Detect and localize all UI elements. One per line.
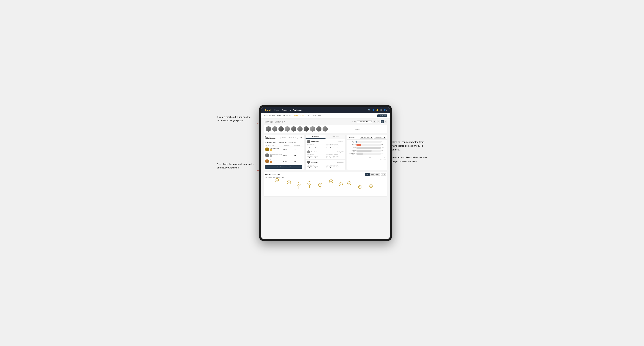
show-select[interactable]: Last 3 months Last 6 months Last year: [357, 120, 372, 123]
ap-date-1: 26 Aug 2023: [337, 141, 344, 142]
lb-header: PLAYER NAME PB SCORE PB AVG SQ: [264, 144, 304, 147]
player-avatar-7[interactable]: [304, 126, 309, 132]
streak-tab-app[interactable]: APP: [370, 173, 375, 176]
avatar-icon[interactable]: 👤▾: [384, 109, 387, 111]
activity-player-3: Josh Coles 26 Aug 2023 Total Rounds Tour: [306, 160, 346, 170]
navbar-icons: 🔍 👤 🔔 ⚙ 👤▾: [368, 109, 387, 111]
lb-col-score: PB SCORE: [283, 145, 294, 146]
streaks-tabs: OTT APP ARG PUTT: [365, 173, 386, 176]
activity-panel: Most Active Least Active Blair McHarg 26…: [306, 135, 346, 170]
bar-track-pars: [356, 147, 380, 149]
practice-leaderboard-panel: Practice Leaderboards PUTT Must Make Put…: [264, 135, 304, 170]
streaks-panel: Best Round Streaks OTT APP ARG PUTT Off …: [264, 172, 388, 197]
player-avatar-2[interactable]: [272, 126, 278, 132]
search-icon[interactable]: 🔍: [368, 109, 371, 111]
ap-activities-label-1: Total Practice Activities: [326, 144, 344, 145]
add-team-button[interactable]: Add Team: [377, 114, 387, 117]
bar-label-eagles: Eagles: [348, 141, 356, 142]
lb-player-2-name: Edward Crossman: [270, 153, 282, 155]
lb-score-1: 19/20: [283, 149, 294, 150]
scoring-header: Scoring Par 3, 4 & 5s All Players: [347, 135, 387, 140]
streak-tab-arg[interactable]: ARG: [376, 173, 380, 176]
ap-ott-2: OTT 0: [326, 156, 328, 158]
drill-select[interactable]: PUTT Must Make Putting...: [280, 137, 302, 139]
player-avatar-3[interactable]: [278, 126, 284, 132]
scoring-player-filter[interactable]: All Players: [374, 136, 386, 139]
subnav-pga[interactable]: PGA: [277, 114, 281, 117]
activity-player-1: Blair McHarg 26 Aug 2023 Total Rounds To: [306, 139, 346, 149]
ap-stats-1: Total Rounds Tournament 7 Practice: [307, 144, 344, 148]
bar-label-pars: Pars: [348, 147, 356, 148]
ap-name-row-3: Josh Coles: [307, 161, 318, 164]
subnav-links: PGAT Players PGA Hcaps 1-5 Team Clippd T…: [264, 114, 377, 117]
bar-track-dbogeys: [356, 153, 380, 155]
view-icon-detail[interactable]: ≡: [384, 120, 388, 123]
tablet-frame: clippd Home Teams My Performance 🔍 👤 🔔 ⚙…: [259, 105, 392, 241]
ap-arg-2: ARG 0: [333, 156, 335, 158]
lb-col-avg: PB AVG SQ: [294, 145, 302, 146]
lb-player-3-info: Cameron... 3: [265, 159, 283, 163]
bar-row-pars: Pars 499: [348, 147, 386, 149]
subnav-team-clippd[interactable]: Team Clippd: [294, 114, 304, 117]
view-full-leaderboard-button[interactable]: View Full Leaderboard: [265, 165, 302, 169]
players-label: Players: [330, 128, 385, 130]
streak-tab-putt[interactable]: PUTT: [380, 173, 386, 176]
subnav-hcaps[interactable]: Hcaps 1-5: [284, 114, 292, 117]
ap-stats-3: Total Rounds Tournament 7 Practice: [307, 165, 344, 169]
bar-fill-dbogeys: [356, 153, 363, 155]
lb-row-2: Edward Crossman 2 18/20 107: [264, 152, 304, 158]
player-avatar-6[interactable]: [297, 126, 302, 132]
ap-header-2: Rees Britt 02 Sep 2023: [307, 150, 344, 154]
ap-tournament-3: Tournament 7: [307, 166, 312, 169]
nav-home[interactable]: Home: [274, 109, 279, 111]
view-icon-list[interactable]: ☰: [377, 120, 380, 123]
bar-label-bogeys: Bogeys: [348, 150, 356, 151]
player-avatar-9[interactable]: [316, 126, 322, 132]
scoring-par-filter[interactable]: Par 3, 4 & 5s: [360, 136, 373, 139]
streak-pin-5: 5x: [318, 183, 322, 189]
ap-date-2: 02 Sep 2023: [337, 151, 344, 153]
bar-val-bogeys: 311: [382, 150, 386, 151]
player-avatar-8[interactable]: [310, 126, 315, 132]
lb-player-3-name-wrap: Cameron... 3: [270, 159, 277, 163]
ap-app-3: APP 0: [329, 166, 332, 169]
streak-pin-1: 7x: [275, 178, 279, 185]
lb-row-1: Richard Butler 1 19/20 110: [264, 147, 304, 152]
player-avatar-5[interactable]: [291, 126, 296, 132]
ap-rounds-label-1: Total Rounds: [307, 144, 325, 145]
bell-icon[interactable]: 🔔: [376, 109, 379, 111]
settings-icon[interactable]: ⚙: [380, 109, 382, 111]
bar-fill-bogeys: [356, 150, 372, 152]
streak-tab-ott[interactable]: OTT: [365, 173, 370, 176]
activity-player-2: Rees Britt 02 Sep 2023 Total Rounds Tour: [306, 149, 346, 160]
ap-ott-3: OTT 0: [326, 166, 328, 169]
nav-my-performance[interactable]: My Performance: [290, 109, 304, 111]
player-avatar-4[interactable]: [285, 126, 290, 132]
annotation-top-left: Select a practice drill and see the lead…: [217, 115, 257, 122]
streak-line-9: [360, 189, 360, 191]
person-icon[interactable]: 👤: [372, 109, 375, 111]
subnav-all-players[interactable]: All Players: [312, 114, 321, 117]
annotation-right: Here you can see how the team have score…: [392, 136, 427, 163]
tab-most-active[interactable]: Most Active: [306, 135, 326, 139]
subnav-tour[interactable]: Tour: [306, 114, 310, 117]
streaks-title: Best Round Streaks: [265, 174, 280, 175]
ap-arg-3: ARG 0: [333, 166, 335, 169]
streak-pin-8: 4x: [348, 181, 351, 188]
ap-rounds-row-1: Tournament 7 Practice 6: [307, 145, 325, 148]
view-icon-grid[interactable]: ⊞: [373, 120, 376, 123]
player-avatar-1[interactable]: [266, 126, 271, 132]
nav-teams[interactable]: Teams: [282, 109, 287, 111]
tab-least-active[interactable]: Least Active: [326, 135, 346, 139]
annotation-bottom-left: See who is the most and least active amo…: [217, 163, 257, 169]
player-avatar-10[interactable]: [322, 126, 328, 132]
bar-fill-birdies: [356, 144, 361, 146]
view-icon-card[interactable]: ▤: [380, 120, 384, 123]
ap-rounds-1: Total Rounds Tournament 7 Practice: [307, 144, 325, 148]
subnav-pgat-players[interactable]: PGAT Players: [264, 114, 275, 117]
medal-3: 3: [270, 161, 272, 163]
lb-avg-2: 107: [294, 155, 302, 156]
bar-track-bogeys: [356, 150, 380, 152]
ap-arg-1: ARG 0: [333, 145, 335, 148]
streak-line-8: [349, 185, 349, 188]
